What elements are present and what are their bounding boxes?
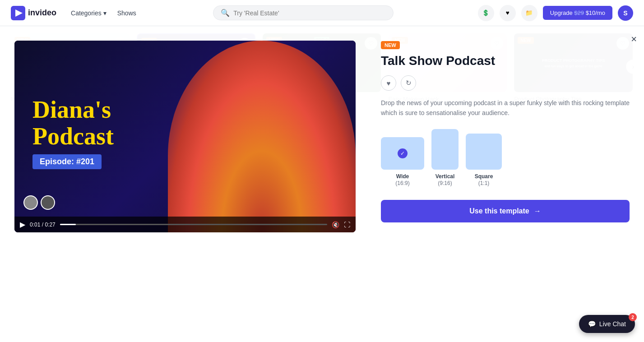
video-title-line1: Diana's [32,97,114,123]
folder-icon: 📁 [525,9,533,16]
info-section: × NEW Talk Show Podcast ♥ ↻ Drop the new… [370,26,644,342]
format-label-wide: Wide (16:9) [395,173,409,187]
info-title: Talk Show Podcast [381,54,630,68]
format-thumb-square [466,134,502,170]
time-display: 0:01 / 0:27 [30,222,56,228]
share-button[interactable]: ↻ [401,75,416,91]
search-icon: 🔍 [221,9,230,17]
chat-badge: 2 [629,313,637,321]
fullscreen-button[interactable]: ⛶ [344,221,350,228]
use-template-label: Use this template [469,207,529,215]
logo[interactable]: invideo [11,6,56,20]
use-template-button[interactable]: Use this template → [381,200,630,222]
format-check-icon: ✓ [398,148,408,158]
info-description: Drop the news of your upcoming podcast i… [381,98,630,118]
format-thumb-vertical [431,129,459,170]
search-bar[interactable]: 🔍 [213,5,394,20]
detail-overlay: Diana's Podcast Episode: #201 [0,26,644,342]
format-option-vertical[interactable]: Vertical (9:16) [431,129,459,187]
nav-categories[interactable]: Categories ▾ [71,9,107,17]
progress-fill [60,224,76,225]
main-nav: Categories ▾ Shows [71,9,136,17]
chat-icon: 💬 [588,320,596,328]
live-chat-button[interactable]: 💬 Live Chat 2 [579,315,635,333]
heart-icon: ♥ [506,9,510,16]
nav-shows[interactable]: Shows [117,9,136,17]
logo-text: invideo [28,8,56,18]
header: invideo Categories ▾ Shows 🔍 💲 ♥ 📁 Upgra… [0,0,644,26]
info-new-badge: NEW [381,41,400,49]
format-label-square: Square (1:1) [475,173,493,187]
folder-icon-button[interactable]: 📁 [521,5,537,21]
main-content: NEW ♡ Did you know that excessive time o… [0,26,644,110]
heart-icon-button[interactable]: ♥ [500,5,516,21]
chevron-down-icon: ▾ [103,9,107,17]
video-controls: ▶ 0:01 / 0:27 🔇 ⛶ [14,217,356,232]
header-actions: 💲 ♥ 📁 Upgrade $29 $10/mo S [478,5,633,21]
video-person [168,41,356,232]
format-thumb-wide: ✓ [381,137,424,170]
video-background: Diana's Podcast Episode: #201 [14,41,356,232]
format-option-wide[interactable]: ✓ Wide (16:9) [381,137,424,187]
info-actions: ♥ ↻ [381,75,630,91]
original-price: $29 [574,9,584,16]
avatar[interactable]: S [618,5,633,21]
like-button[interactable]: ♥ [381,75,396,91]
video-player: Diana's Podcast Episode: #201 [14,41,356,232]
close-button[interactable]: × [631,33,637,45]
new-price: $10/mo [586,9,605,16]
dollar-icon: 💲 [482,9,490,16]
format-chooser: ✓ Wide (16:9) Vertical (9:16) [381,129,630,187]
mute-button[interactable]: 🔇 [332,221,339,228]
dollar-icon-button[interactable]: 💲 [478,5,494,21]
search-input[interactable] [233,9,386,17]
video-section: Diana's Podcast Episode: #201 [0,26,370,342]
upgrade-button[interactable]: Upgrade $29 $10/mo [543,6,612,20]
video-title-line2: Podcast [32,123,114,150]
arrow-right-icon: → [534,207,541,215]
progress-bar[interactable] [60,224,327,225]
video-episode: Episode: #201 [32,154,102,169]
format-label-vertical: Vertical (9:16) [436,173,455,187]
format-option-square[interactable]: Square (1:1) [466,134,502,187]
play-button[interactable]: ▶ [20,220,25,229]
live-chat-label: Live Chat [599,320,626,328]
video-title-overlay: Diana's Podcast Episode: #201 [32,97,114,170]
